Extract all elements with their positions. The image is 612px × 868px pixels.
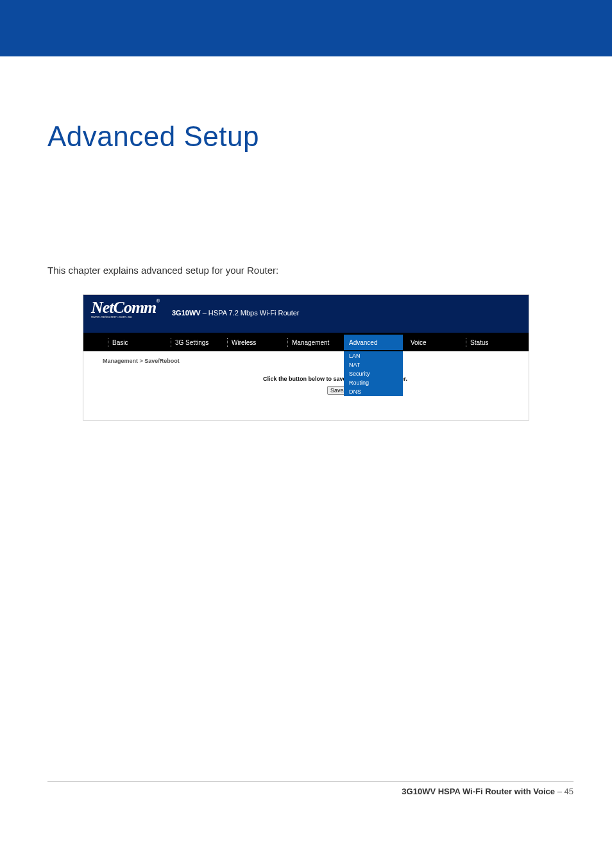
device-name: 3G10WV – HSPA 7.2 Mbps Wi-Fi Router (172, 309, 300, 317)
breadcrumb: Management > Save/Reboot (103, 358, 509, 364)
nav-management[interactable]: Management (281, 333, 329, 351)
brand-logo: NetComm® www.netcomm.com.au (91, 298, 160, 319)
footer-product-name: 3G10WV HSPA Wi-Fi Router with Voice (402, 787, 555, 796)
nav-3g-settings[interactable]: 3G Settings (164, 333, 208, 351)
registered-icon: ® (156, 298, 160, 304)
nav-status[interactable]: Status (459, 333, 488, 351)
nav-voice-label: Voice (411, 339, 426, 346)
nav-3g-label: 3G Settings (175, 339, 208, 346)
dropdown-lan[interactable]: LAN (344, 351, 403, 360)
page-footer: 3G10WV HSPA Wi-Fi Router with Voice – 45 (47, 781, 574, 796)
nav-basic-label: Basic (112, 339, 128, 346)
document-header-bar (0, 0, 612, 56)
nav-management-label: Management (292, 339, 329, 346)
model-tagline: – HSPA 7.2 Mbps Wi-Fi Router (201, 309, 300, 317)
nav-advanced[interactable]: Advanced (344, 335, 403, 350)
page-content: Advanced Setup This chapter explains adv… (0, 56, 612, 420)
nav-wireless-label: Wireless (232, 339, 256, 346)
nav-voice[interactable]: Voice (404, 333, 426, 351)
intro-text: This chapter explains advanced setup for… (47, 265, 565, 276)
nav-status-label: Status (470, 339, 488, 346)
dropdown-dns[interactable]: DNS (344, 387, 403, 396)
dropdown-security[interactable]: Security (344, 369, 403, 378)
nav-advanced-label: Advanced (349, 339, 377, 346)
page-number: 45 (565, 787, 574, 796)
page-title: Advanced Setup (47, 121, 565, 153)
dropdown-nat[interactable]: NAT (344, 360, 403, 369)
router-screenshot: NetComm® www.netcomm.com.au 3G10WV – HSP… (83, 295, 529, 420)
nav-basic[interactable]: Basic (101, 333, 128, 351)
router-header: NetComm® www.netcomm.com.au 3G10WV – HSP… (83, 295, 529, 333)
footer-sep: – (555, 787, 564, 796)
brand-name: NetComm (91, 298, 156, 317)
dropdown-routing[interactable]: Routing (344, 378, 403, 387)
router-content-panel: Management > Save/Reboot Click the butto… (83, 351, 529, 420)
advanced-dropdown: LAN NAT Security Routing DNS (344, 351, 403, 396)
nav-wireless[interactable]: Wireless (221, 333, 256, 351)
model-number: 3G10WV (172, 309, 201, 317)
